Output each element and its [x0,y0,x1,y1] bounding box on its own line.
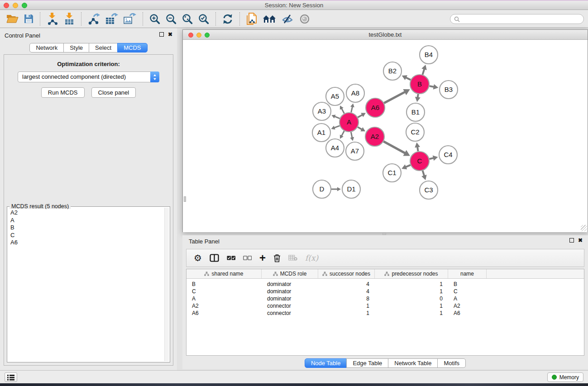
result-item[interactable]: C [8,232,164,239]
result-item[interactable]: A2 [8,209,164,217]
control-panel-content: Optimization criterion: largest connecte… [4,54,173,366]
show-columns-button[interactable] [210,254,219,262]
criterion-dropdown[interactable]: largest connected component (directed) [18,71,159,82]
table-row-A2[interactable]: A2connector11A2 [186,302,584,310]
zoom-window-button[interactable] [22,3,27,8]
network-file-button[interactable] [244,12,260,26]
create-column-button[interactable]: + [259,253,266,262]
column-header-successor-nodes[interactable]: successor nodes [318,269,375,278]
tab-edge-table[interactable]: Edge Table [346,358,388,368]
zoom-network-window-button[interactable] [205,33,210,38]
close-network-window-button[interactable] [188,33,193,38]
node-C2[interactable]: C2 [406,123,424,141]
node-B1[interactable]: B1 [406,103,425,121]
control-panel-tabs: NetworkStyleSelectMCDS [0,43,177,52]
float-table-panel-button[interactable] [569,238,574,243]
mcds-result-list: A2ABCA6 [8,209,164,361]
result-item[interactable]: A [8,217,164,224]
table-row-B[interactable]: Bdominator41B [186,281,584,288]
zoom-selected-button[interactable] [196,13,212,25]
column-header-name[interactable]: name [448,269,487,278]
node-A8[interactable]: A8 [346,84,364,102]
node-A1[interactable]: A1 [312,124,330,142]
zoom-in-button[interactable] [147,13,163,25]
node-D1[interactable]: D1 [342,180,360,198]
result-item[interactable]: B [8,224,164,232]
search-input[interactable] [462,16,580,22]
float-panel-button[interactable] [159,32,164,37]
run-mcds-button[interactable]: Run MCDS [41,87,85,98]
window-controls [4,3,27,8]
show-panels-button[interactable] [5,372,17,382]
node-C[interactable]: C [410,152,429,171]
node-B2[interactable]: B2 [383,62,402,80]
search-field[interactable] [450,14,584,24]
horizontal-splitter-handle[interactable] [382,233,386,235]
node-B[interactable]: B [410,75,429,94]
tab-node-table[interactable]: Node Table [305,358,347,368]
node-D[interactable]: D [313,180,331,198]
close-table-panel-button[interactable]: ✖ [578,238,583,243]
delete-column-button[interactable] [273,254,281,262]
close-panel-button[interactable]: Close panel [91,87,136,98]
select-all-button[interactable] [227,256,235,260]
tab-network[interactable]: Network [29,43,64,52]
window-resize-grip[interactable] [581,225,587,231]
node-B4[interactable]: B4 [420,46,438,64]
network-canvas[interactable]: B4B2BB3A5A8A6A3B1AA1C2A2A4A7C4CC1C3DD1 [183,40,588,232]
node-A7[interactable]: A7 [346,142,364,160]
node-A4[interactable]: A4 [326,139,344,157]
import-network-button[interactable] [44,12,61,26]
node-B3[interactable]: B3 [440,81,458,99]
export-image-button[interactable] [121,12,139,26]
close-panel-button[interactable]: ✖ [168,32,172,37]
zoom-fit-button[interactable] [179,13,196,25]
table-row-C[interactable]: Cdominator41C [186,288,584,295]
zoom-out-button[interactable] [163,13,179,25]
window-titlebar: Session: New Session [0,0,588,10]
delete-table-button[interactable] [288,255,297,261]
close-window-button[interactable] [4,3,9,8]
export-network-button[interactable] [85,12,103,26]
node-A5[interactable]: A5 [326,87,344,105]
table-row-A[interactable]: Adominator80A [186,295,584,302]
minimize-network-window-button[interactable] [196,33,201,38]
tab-mcds[interactable]: MCDS [117,43,147,52]
node-A[interactable]: A [339,113,359,132]
function-builder-button[interactable]: f(x) [305,253,318,262]
svg-text:C: C [417,157,422,165]
table-settings-button[interactable]: ⚙ [194,253,202,262]
memory-button[interactable]: Memory [547,372,583,382]
hide-graphics-details-button[interactable] [279,13,296,25]
import-table-button[interactable] [61,12,77,26]
refresh-layout-button[interactable] [220,13,236,25]
node-A6[interactable]: A6 [366,98,385,117]
deselect-all-button[interactable] [243,256,252,260]
tab-network-table[interactable]: Network Table [388,358,438,368]
result-scrollbar[interactable] [164,208,169,361]
node-C1[interactable]: C1 [383,164,401,182]
export-table-button[interactable] [103,12,121,26]
refresh-icon [222,14,233,24]
tab-motifs[interactable]: Motifs [437,358,466,368]
table-row-A6[interactable]: A6connector11A6 [186,310,584,317]
open-file-button[interactable] [4,13,21,25]
tab-select[interactable]: Select [89,43,118,52]
node-A2[interactable]: A2 [365,127,384,146]
column-header-shared-name[interactable]: shared name [186,269,262,278]
column-header-mcds-role[interactable]: MCDS role [262,269,318,278]
node-C3[interactable]: C3 [420,181,438,199]
panel-splitter-handle[interactable] [184,196,186,202]
node-A3[interactable]: A3 [313,102,331,120]
minimize-window-button[interactable] [13,3,18,8]
function-icon: f(x) [305,253,318,262]
table-body: Bdominator41BCdominator41CAdominator80AA… [186,281,584,317]
result-item[interactable]: A6 [8,239,164,247]
column-header-predecessor-nodes[interactable]: predecessor nodes [375,269,448,278]
show-view-button[interactable] [296,14,313,24]
node-C4[interactable]: C4 [439,146,457,164]
svg-text:C2: C2 [411,128,419,136]
home-pages-button[interactable] [260,13,279,25]
save-session-button[interactable] [21,13,36,24]
tab-style[interactable]: Style [63,43,89,52]
